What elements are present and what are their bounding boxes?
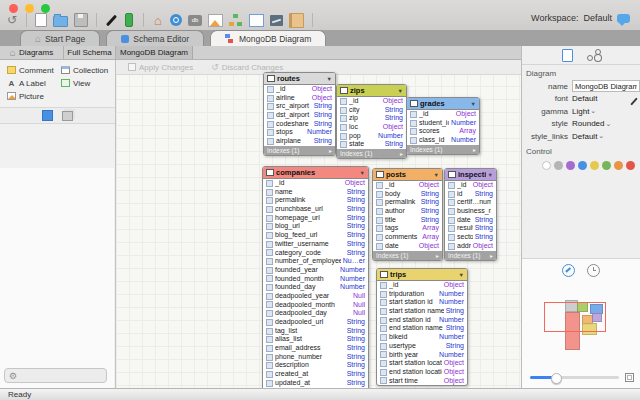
- color-dot-0[interactable]: [542, 161, 551, 170]
- field-row[interactable]: _idObject: [373, 181, 442, 190]
- color-dot-7[interactable]: [626, 161, 635, 170]
- color-dot-1[interactable]: [554, 161, 563, 170]
- collapse-caret-icon[interactable]: ▼: [327, 76, 332, 82]
- collection-header[interactable]: inspections▼: [445, 169, 496, 181]
- tab-mongodb-diagram[interactable]: MongoDB Diagram: [210, 30, 326, 46]
- chart-icon[interactable]: [270, 13, 283, 28]
- document-tab-mongodb-diagram[interactable]: MongoDB Diagram: [116, 46, 193, 59]
- sidebar-filter-box[interactable]: ⚙: [4, 368, 107, 383]
- preview-icon[interactable]: [170, 13, 182, 28]
- history-icon[interactable]: [587, 264, 600, 277]
- tab-start-page[interactable]: ⌂ Start Page: [20, 30, 100, 46]
- field-row[interactable]: scoresArray: [407, 127, 479, 136]
- field-row[interactable]: _idObject: [407, 110, 479, 119]
- fit-to-screen-icon[interactable]: [625, 373, 634, 382]
- field-row[interactable]: _idObject: [445, 181, 496, 190]
- field-row[interactable]: end station idNumber: [377, 316, 467, 325]
- hierarchy-icon[interactable]: [229, 13, 243, 28]
- field-row[interactable]: titleString: [373, 216, 442, 225]
- indexes-footer[interactable]: Indexes (1)▸: [264, 146, 335, 155]
- field-row[interactable]: _idObject: [264, 85, 335, 94]
- color-dot-6[interactable]: [614, 161, 623, 170]
- image-export-icon[interactable]: [208, 13, 223, 28]
- edit-pencil-icon[interactable]: [630, 97, 638, 105]
- field-row[interactable]: locObject: [337, 123, 406, 132]
- color-dot-5[interactable]: [602, 161, 611, 170]
- diagram-canvas[interactable]: Apply Changes ↺ Discard Changes routes▼_…: [116, 60, 521, 388]
- open-folder-icon[interactable]: [53, 13, 68, 28]
- collection-header[interactable]: grades▼: [407, 98, 479, 110]
- palette-item-picture[interactable]: Picture: [7, 91, 61, 101]
- field-row[interactable]: student_idNumber: [407, 119, 479, 128]
- field-row[interactable]: birth yearNumber: [377, 351, 467, 360]
- field-row[interactable]: usertypeString: [377, 342, 467, 351]
- field-row[interactable]: class_idNumber: [407, 136, 479, 145]
- zoom-slider-handle[interactable]: [551, 373, 562, 384]
- indexes-footer[interactable]: Indexes (1)▸: [373, 251, 442, 260]
- pen-icon[interactable]: [105, 13, 117, 28]
- field-row[interactable]: permalinkString: [373, 198, 442, 207]
- relations-icon[interactable]: [587, 49, 600, 61]
- field-row[interactable]: commentsArray: [373, 233, 442, 242]
- field-row[interactable]: category_codeString: [263, 249, 368, 258]
- palette-item-view[interactable]: View: [61, 78, 115, 88]
- field-row[interactable]: stateString: [337, 140, 406, 149]
- field-row[interactable]: authorString: [373, 207, 442, 216]
- color-dot-4[interactable]: [590, 161, 599, 170]
- property-value[interactable]: Default: [572, 132, 597, 141]
- sidebar-tab-full-schema[interactable]: Full Schema: [64, 46, 116, 59]
- collection-header[interactable]: trips▼: [377, 269, 467, 281]
- field-row[interactable]: _idObject: [337, 97, 406, 106]
- collapse-caret-icon[interactable]: ▼: [459, 272, 464, 278]
- field-row[interactable]: blog_feed_urlString: [263, 231, 368, 240]
- field-row[interactable]: tripdurationNumber: [377, 290, 467, 299]
- field-row[interactable]: phone_numberString: [263, 353, 368, 362]
- field-row[interactable]: number_of_employeesNu…er: [263, 257, 368, 266]
- field-row[interactable]: start station locationObject: [377, 359, 467, 368]
- field-row[interactable]: start station nameString: [377, 307, 467, 316]
- collapse-caret-icon[interactable]: ▼: [434, 172, 439, 178]
- home-icon[interactable]: ⌂: [152, 13, 164, 28]
- palette-item-label[interactable]: A A Label: [7, 78, 61, 88]
- chevron-down-icon[interactable]: ⌄: [598, 132, 604, 140]
- field-row[interactable]: descriptionString: [263, 361, 368, 370]
- palette-item-collection[interactable]: Collection: [61, 65, 115, 75]
- new-file-icon[interactable]: [35, 13, 47, 28]
- property-value[interactable]: Rounded: [572, 119, 604, 128]
- database-icon[interactable]: db: [188, 13, 202, 28]
- discard-changes-button[interactable]: ↺ Discard Changes: [211, 63, 283, 72]
- field-row[interactable]: twitter_usernameString: [263, 240, 368, 249]
- field-row[interactable]: deadpooled_urlString: [263, 318, 368, 327]
- collection-header[interactable]: zips▼: [337, 85, 406, 97]
- field-row[interactable]: start station idNumber: [377, 298, 467, 307]
- field-row[interactable]: popNumber: [337, 132, 406, 141]
- field-row[interactable]: updated_atString: [263, 379, 368, 388]
- indexes-footer[interactable]: Indexes (1)▸: [407, 145, 479, 154]
- field-row[interactable]: bodyString: [373, 190, 442, 199]
- field-row[interactable]: homepage_urlString: [263, 214, 368, 223]
- field-row[interactable]: sectorString: [445, 233, 496, 242]
- zoom-slider[interactable]: [530, 376, 619, 379]
- indexes-footer[interactable]: Indexes (1)▸: [445, 251, 496, 260]
- field-row[interactable]: tagsArray: [373, 224, 442, 233]
- field-row[interactable]: deadpooled_yearNull: [263, 292, 368, 301]
- field-row[interactable]: _idObject: [263, 179, 368, 188]
- field-row[interactable]: idString: [445, 190, 496, 199]
- field-row[interactable]: alias_listString: [263, 335, 368, 344]
- field-row[interactable]: dateObject: [373, 242, 442, 251]
- field-row[interactable]: cityString: [337, 106, 406, 115]
- minimap-viewport[interactable]: [544, 302, 606, 332]
- field-row[interactable]: founded_yearNumber: [263, 266, 368, 275]
- save-icon[interactable]: [74, 13, 88, 28]
- color-dot-3[interactable]: [578, 161, 587, 170]
- field-row[interactable]: deadpooled_monthNull: [263, 301, 368, 310]
- field-row[interactable]: nameString: [263, 188, 368, 197]
- field-row[interactable]: dst_airportString: [264, 111, 335, 120]
- apply-changes-button[interactable]: Apply Changes: [128, 63, 193, 72]
- minimap[interactable]: [530, 295, 633, 367]
- field-row[interactable]: zipString: [337, 114, 406, 123]
- document-properties-icon[interactable]: [562, 49, 573, 62]
- field-row[interactable]: email_addressString: [263, 344, 368, 353]
- field-row[interactable]: certif…number: [445, 198, 496, 207]
- connect-icon[interactable]: [123, 13, 135, 28]
